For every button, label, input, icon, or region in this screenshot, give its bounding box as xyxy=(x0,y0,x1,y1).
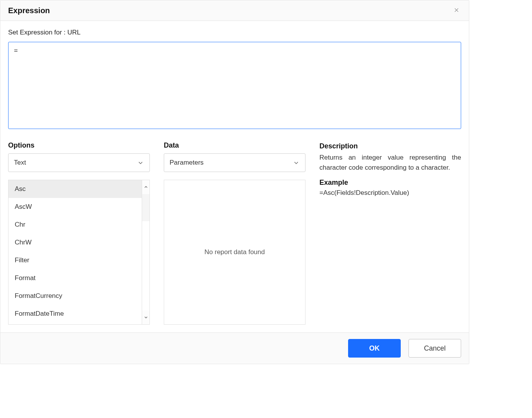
chevron-up-icon xyxy=(144,184,148,191)
columns-container: Options Text Asc AscW Chr ChrW Filter Fo… xyxy=(8,141,461,325)
cancel-button-label: Cancel xyxy=(424,344,446,353)
cancel-button[interactable]: Cancel xyxy=(408,339,461,358)
description-text: Returns an integer value representing th… xyxy=(319,153,461,172)
list-item-label: Chr xyxy=(15,221,25,229)
list-item-label: FormatCurrency xyxy=(15,292,62,300)
ok-button-label: OK xyxy=(369,344,380,353)
expression-input[interactable] xyxy=(8,42,461,129)
scroll-up-button[interactable] xyxy=(142,180,149,194)
list-item-label: Filter xyxy=(15,256,29,264)
data-column: Data Parameters No report data found xyxy=(164,141,305,325)
chevron-down-icon xyxy=(293,159,300,166)
options-item-filter[interactable]: Filter xyxy=(9,251,142,269)
options-dropdown-value: Text xyxy=(14,159,26,167)
description-panel: Description Returns an integer value rep… xyxy=(319,141,461,197)
set-expression-label: Set Expression for : URL xyxy=(8,29,461,36)
options-item-ascw[interactable]: AscW xyxy=(9,198,142,216)
options-item-formatdatetime[interactable]: FormatDateTime xyxy=(9,305,142,323)
data-panel: No report data found xyxy=(164,180,305,325)
example-title: Example xyxy=(319,179,461,187)
options-item-chrw[interactable]: ChrW xyxy=(9,234,142,251)
dialog-title: Expression xyxy=(8,6,50,15)
close-icon xyxy=(454,7,459,15)
options-scrollbar[interactable] xyxy=(142,180,149,324)
chevron-down-icon xyxy=(137,159,144,166)
data-dropdown-value: Parameters xyxy=(170,159,204,167)
list-item-label: Asc xyxy=(15,185,26,193)
options-item-chr[interactable]: Chr xyxy=(9,216,142,234)
options-column: Options Text Asc AscW Chr ChrW Filter Fo… xyxy=(8,141,150,325)
options-listbox-container: Asc AscW Chr ChrW Filter Format FormatCu… xyxy=(8,180,150,325)
chevron-down-icon xyxy=(144,314,148,321)
data-dropdown[interactable]: Parameters xyxy=(164,153,305,172)
options-listbox: Asc AscW Chr ChrW Filter Format FormatCu… xyxy=(9,180,142,324)
list-item-label: AscW xyxy=(15,203,32,211)
scroll-thumb[interactable] xyxy=(142,194,149,221)
options-item-formatcurrency[interactable]: FormatCurrency xyxy=(9,287,142,305)
data-empty-message: No report data found xyxy=(204,248,265,256)
ok-button[interactable]: OK xyxy=(348,339,401,358)
scroll-down-button[interactable] xyxy=(142,310,149,324)
options-item-format[interactable]: Format xyxy=(9,269,142,287)
options-label: Options xyxy=(8,141,150,150)
data-label: Data xyxy=(164,141,305,150)
list-item-label: FormatDateTime xyxy=(15,310,64,318)
scroll-track[interactable] xyxy=(142,194,149,310)
dialog-body: Set Expression for : URL Options Text As… xyxy=(0,21,469,332)
dialog-footer: OK Cancel xyxy=(0,332,469,364)
dialog-header: Expression xyxy=(0,0,469,21)
options-dropdown[interactable]: Text xyxy=(8,153,150,172)
list-item-label: Format xyxy=(15,274,36,282)
description-column: Description Returns an integer value rep… xyxy=(319,141,461,325)
list-item-label: ChrW xyxy=(15,239,31,246)
example-text: =Asc(Fields!Description.Value) xyxy=(319,189,461,197)
expression-dialog: Expression Set Expression for : URL Opti… xyxy=(0,0,469,364)
close-button[interactable] xyxy=(452,6,461,15)
description-title: Description xyxy=(319,142,461,150)
options-item-asc[interactable]: Asc xyxy=(9,180,142,198)
